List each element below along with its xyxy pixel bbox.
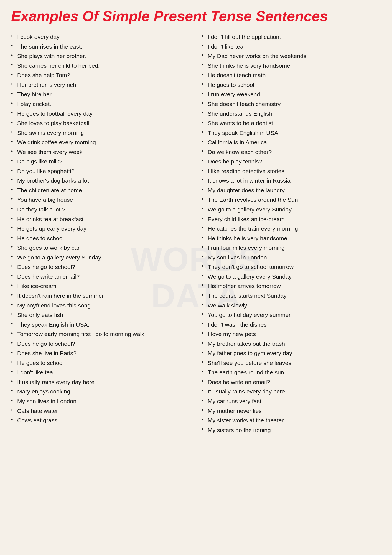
left-list-item: Does he go to school? xyxy=(11,339,190,349)
left-list-item: I don't like tea xyxy=(11,368,190,377)
right-list-item: My mother never lies xyxy=(202,407,381,416)
right-list-item: They don't go to school tomorrow xyxy=(202,263,381,272)
right-list-item: They speak English in USA xyxy=(202,128,381,138)
right-list-item: You go to holiday every summer xyxy=(202,311,381,320)
left-list-item: I cook every day. xyxy=(11,32,190,42)
left-list-item: She carries her child to her bed. xyxy=(11,61,190,70)
right-list-item: She understands English xyxy=(202,109,381,118)
right-list-item: It snows a lot in winter in Russia xyxy=(202,176,381,185)
left-list-item: It doesn't rain here in the summer xyxy=(11,291,190,301)
right-list-item: It usually rains every day here xyxy=(202,387,381,396)
left-list-item: They hire her. xyxy=(11,90,190,99)
right-list-item: The earth goes round the sun xyxy=(202,368,381,377)
right-list-item: He goes to school xyxy=(202,80,381,90)
left-list-item: We see them every week xyxy=(11,148,190,157)
left-list-item: She goes to work by car xyxy=(11,243,190,253)
left-list-item: Do they talk a lot ? xyxy=(11,205,190,214)
left-list-item: They speak English in USA. xyxy=(11,320,190,329)
right-list-item: My brother takes out the trash xyxy=(202,339,381,349)
right-list-item: His mother arrives tomorrow xyxy=(202,282,381,291)
left-list-item: Do pigs like milk? xyxy=(11,157,190,166)
left-list-item: We go to a gallery every Sunday xyxy=(11,253,190,262)
left-list-item: He goes to school xyxy=(11,359,190,368)
right-list-item: Every child likes an ice-cream xyxy=(202,215,381,224)
left-list-item: My brother's dog barks a lot xyxy=(11,176,190,185)
left-list-item: She loves to play basketball xyxy=(11,119,190,128)
content-area: I cook every day.The sun rises in the ea… xyxy=(11,32,381,435)
left-list-item: Does he go to school? xyxy=(11,263,190,272)
left-list-item: He goes to football every day xyxy=(11,109,190,118)
right-list-item: I don't wash the dishes xyxy=(202,320,381,329)
left-list-item: She swims every morning xyxy=(11,128,190,138)
left-list: I cook every day.The sun rises in the ea… xyxy=(11,32,190,425)
left-list-item: Does she help Tom? xyxy=(11,71,190,80)
right-list-item: I don't like tea xyxy=(202,42,381,51)
left-list-item: Does he write an email? xyxy=(11,272,190,281)
left-list-item: I like ice-cream xyxy=(11,282,190,291)
right-list-item: My cat runs very fast xyxy=(202,397,381,406)
right-list-item: He doesn't teach math xyxy=(202,71,381,80)
page-title: Examples Of Simple Present Tense Sentenc… xyxy=(11,8,381,24)
right-list-item: Does he play tennis? xyxy=(202,157,381,166)
left-list-item: You have a big house xyxy=(11,195,190,205)
left-list-item: He gets up early every day xyxy=(11,224,190,233)
left-list-item: Cows eat grass xyxy=(11,416,190,425)
left-list-item: She plays with her brother. xyxy=(11,52,190,61)
right-list-item: Does he write an email? xyxy=(202,378,381,387)
right-list-item: We go to a gallery every Sunday xyxy=(202,272,381,281)
right-list-item: She doesn't teach chemistry xyxy=(202,100,381,109)
right-list-item: The course starts next Sunday xyxy=(202,291,381,301)
left-list-item: It usually rains every day here xyxy=(11,378,190,387)
left-list-item: Does she live in Paris? xyxy=(11,349,190,358)
left-list-item: He goes to school xyxy=(11,234,190,243)
left-list-item: The children are at home xyxy=(11,186,190,195)
right-list-item: Do we know each other? xyxy=(202,148,381,157)
left-list-item: He drinks tea at breakfast xyxy=(11,215,190,224)
right-list-item: We walk slowly xyxy=(202,301,381,310)
left-list-item: She only eats fish xyxy=(11,311,190,320)
left-list-item: The sun rises in the east. xyxy=(11,42,190,51)
left-column: I cook every day.The sun rises in the ea… xyxy=(11,32,190,435)
right-list-item: California is in America xyxy=(202,138,381,147)
left-list-item: Tomorrow early morning first I go to mor… xyxy=(11,330,190,339)
right-list-item: I like reading detective stories xyxy=(202,167,381,176)
right-list: I don't fill out the application.I don't… xyxy=(202,32,381,435)
left-list-item: Mary enjoys cooking xyxy=(11,387,190,396)
right-list-item: He thinks he is very handsome xyxy=(202,234,381,243)
left-list-item: Her brother is very rich. xyxy=(11,80,190,90)
left-list-item: Cats hate water xyxy=(11,407,190,416)
right-list-item: My sisters do the ironing xyxy=(202,426,381,435)
left-list-item: My boyfriend loves this song xyxy=(11,301,190,310)
right-list-item: My daughter does the laundry xyxy=(202,186,381,195)
left-list-item: My son lives in London xyxy=(11,397,190,406)
right-list-item: The Earth revolves around the Sun xyxy=(202,195,381,205)
right-list-item: We go to a gallery every Sunday xyxy=(202,205,381,214)
right-list-item: I run every weekend xyxy=(202,90,381,99)
right-list-item: My father goes to gym every day xyxy=(202,349,381,358)
left-list-item: I play cricket. xyxy=(11,100,190,109)
left-list-item: We drink coffee every morning xyxy=(11,138,190,147)
left-list-item: Do you like spaghetti? xyxy=(11,167,190,176)
right-list-item: My sister works at the theater xyxy=(202,416,381,425)
right-list-item: I don't fill out the application. xyxy=(202,32,381,42)
right-list-item: My Dad never works on the weekends xyxy=(202,52,381,61)
right-list-item: I run four miles every morning xyxy=(202,243,381,253)
right-column: I don't fill out the application.I don't… xyxy=(202,32,381,435)
right-list-item: He catches the train every morning xyxy=(202,224,381,233)
right-list-item: She thinks he is very handsome xyxy=(202,61,381,70)
right-list-item: She'll see you before she leaves xyxy=(202,359,381,368)
right-list-item: She wants to be a dentist xyxy=(202,119,381,128)
right-list-item: My son lives in London xyxy=(202,253,381,262)
right-list-item: I love my new pets xyxy=(202,330,381,339)
